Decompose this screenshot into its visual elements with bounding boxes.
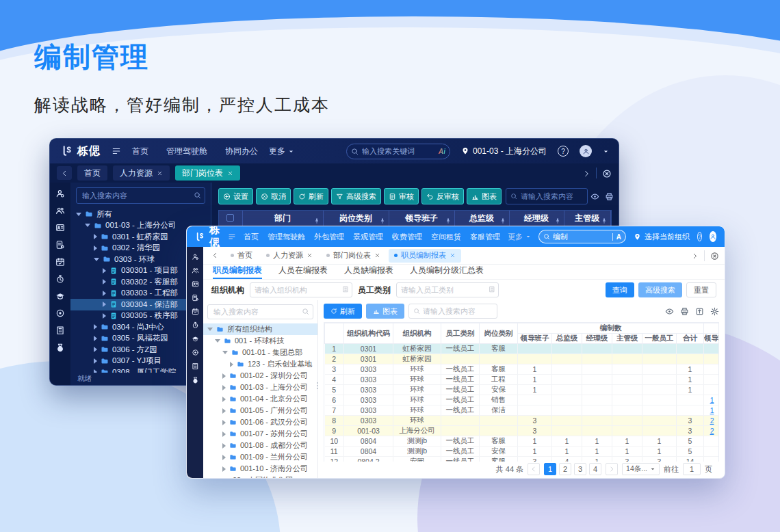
tree-caret-icon[interactable] (222, 431, 226, 437)
front-nav-item-1[interactable]: 管理驾驶舱 (268, 232, 305, 242)
front-tree-item[interactable]: 02 - 中国物业集团 (203, 475, 317, 478)
column-header[interactable]: 主管级 (564, 211, 611, 227)
page-size-select[interactable]: 14条... (622, 463, 660, 475)
tree-caret-icon[interactable] (222, 385, 226, 390)
emp-type-filter-input[interactable] (396, 282, 499, 297)
column-header[interactable]: 合计 (677, 334, 704, 344)
unaudit-button[interactable]: 反审核 (421, 188, 464, 204)
rail-stopwatch[interactable] (192, 321, 199, 329)
subtab-1[interactable]: 人员在编报表 (278, 265, 328, 279)
user-avatar[interactable] (580, 145, 592, 157)
report-row[interactable]: 110804测测jb一线员工安保111115 (325, 447, 720, 457)
column-header[interactable]: 部门 (242, 211, 323, 227)
tree-caret-icon[interactable] (207, 328, 213, 331)
subtab-2[interactable]: 人员缺编报表 (344, 265, 393, 279)
column-header[interactable]: 总监级 (454, 211, 509, 227)
rail-users[interactable] (55, 206, 65, 215)
sidebar-search-input[interactable] (76, 187, 205, 204)
rail-money-bag[interactable] (192, 376, 199, 384)
back-nav-item-1[interactable]: 管理驾驶舱 (166, 146, 207, 157)
back-nav-item-2[interactable]: 协同办公 (225, 146, 258, 157)
tree-caret-icon[interactable] (222, 420, 226, 425)
front-nav-item-0[interactable]: 首页 (244, 232, 259, 242)
tree-caret-icon[interactable] (94, 234, 97, 239)
rail-doc-gear[interactable] (192, 294, 199, 302)
front-tree-item[interactable]: 001-05 - 广州分公司 (203, 405, 317, 416)
front-tree-item[interactable]: 001-04 - 北京分公司 (203, 393, 317, 405)
close-all-tabs-button[interactable] (602, 167, 612, 179)
tree-caret-icon[interactable] (103, 302, 106, 307)
front-nav-item-6[interactable]: 客服管理 (470, 232, 500, 242)
more-menu[interactable]: 更多 (269, 146, 294, 157)
subtab-0[interactable]: 职员编制报表 (213, 265, 262, 279)
column-header[interactable]: 主管级 (612, 334, 642, 344)
drill-down-link[interactable]: 1 (710, 406, 714, 414)
chart-button[interactable]: 图表 (467, 188, 502, 204)
tree-caret-icon[interactable] (215, 339, 220, 343)
front-tree-item[interactable]: 001-06 - 武汉分公司 (203, 416, 317, 428)
column-header[interactable]: 组织机构代码 (344, 323, 393, 344)
more-menu[interactable]: 更多 (508, 232, 531, 242)
rail-graduation-cap[interactable] (192, 335, 199, 343)
tree-caret-icon[interactable] (222, 443, 226, 449)
column-header[interactable]: 经理级 (509, 211, 564, 227)
collapse-menu-icon[interactable] (112, 146, 121, 156)
report-row[interactable]: 20301虹桥家园 (325, 354, 720, 364)
tree-caret-icon[interactable] (94, 324, 97, 330)
front-tree-item[interactable]: 001-07 - 苏州分公司 (203, 428, 317, 440)
report-row[interactable]: 70303环球一线员工保洁1 (325, 405, 720, 416)
tabs-forward-button[interactable] (582, 167, 590, 179)
rail-target[interactable] (55, 308, 65, 318)
front-tree-item[interactable]: 001-01 - 集团总部 (203, 347, 317, 358)
column-header[interactable]: 一般员工 (642, 334, 677, 344)
front-nav-item-3[interactable]: 景观管理 (353, 232, 383, 242)
rail-building[interactable] (192, 362, 199, 370)
report-row[interactable]: 50303环球一线员工安保11 (325, 385, 720, 395)
front-tree-item[interactable]: 123 - 启禾创业基地 (203, 358, 317, 370)
eye-button[interactable] (590, 192, 599, 201)
rail-building[interactable] (55, 325, 65, 335)
help-icon[interactable] (558, 146, 569, 157)
next-page-button[interactable] (606, 463, 618, 475)
ai-badge[interactable]: Ai (439, 148, 445, 155)
rail-id-card[interactable] (55, 223, 65, 232)
page-button-2[interactable]: 2 (559, 463, 571, 475)
subtab-3[interactable]: 人员编制分级汇总表 (410, 265, 484, 279)
advanced-search-button[interactable]: 高级搜索 (638, 282, 682, 297)
global-search[interactable]: Ai (346, 144, 450, 159)
global-search-input[interactable] (362, 147, 435, 155)
column-header[interactable]: 经理级 (582, 334, 612, 344)
settings-button[interactable] (710, 307, 719, 316)
tree-caret-icon[interactable] (94, 358, 97, 364)
global-search-input[interactable] (553, 232, 610, 241)
refresh-button[interactable]: 刷新 (294, 188, 328, 204)
report-row[interactable]: 9001-03上海分公司332 (325, 426, 720, 436)
org-selector[interactable]: 001-03 - 上海分公司 (461, 146, 547, 157)
tree-caret-icon[interactable] (215, 478, 218, 479)
back-tab-1[interactable]: 人力资源 (113, 165, 170, 181)
back-tree-item[interactable]: 所有 (70, 209, 211, 220)
audit-button[interactable]: 审核 (384, 188, 419, 204)
building-icon[interactable] (342, 286, 349, 293)
settings-button[interactable]: 设置 (218, 188, 253, 204)
rail-money-bag[interactable] (55, 343, 65, 352)
back-tab-2[interactable]: 部门岗位表 (175, 165, 240, 181)
tree-caret-icon[interactable] (222, 397, 226, 402)
tree-caret-icon[interactable] (94, 336, 97, 341)
drill-down-link[interactable]: 1 (710, 396, 714, 404)
print-button[interactable] (605, 192, 614, 201)
reset-button[interactable]: 重置 (686, 282, 716, 297)
tree-caret-icon[interactable] (222, 455, 226, 460)
org-filter-input[interactable] (250, 282, 352, 297)
tree-caret-icon[interactable] (103, 313, 106, 319)
goto-page-input[interactable] (683, 463, 701, 475)
rail-graduation-cap[interactable] (55, 291, 65, 301)
tree-search-input[interactable] (207, 304, 313, 319)
building-icon[interactable] (489, 286, 495, 293)
user-menu-caret-icon[interactable] (603, 148, 609, 155)
query-button[interactable]: 查询 (606, 282, 634, 297)
tree-caret-icon[interactable] (94, 258, 99, 261)
refresh-button[interactable]: 刷新 (324, 304, 362, 319)
front-nav-item-5[interactable]: 空间租赁 (431, 232, 461, 242)
drill-down-link[interactable]: 2 (710, 427, 714, 435)
